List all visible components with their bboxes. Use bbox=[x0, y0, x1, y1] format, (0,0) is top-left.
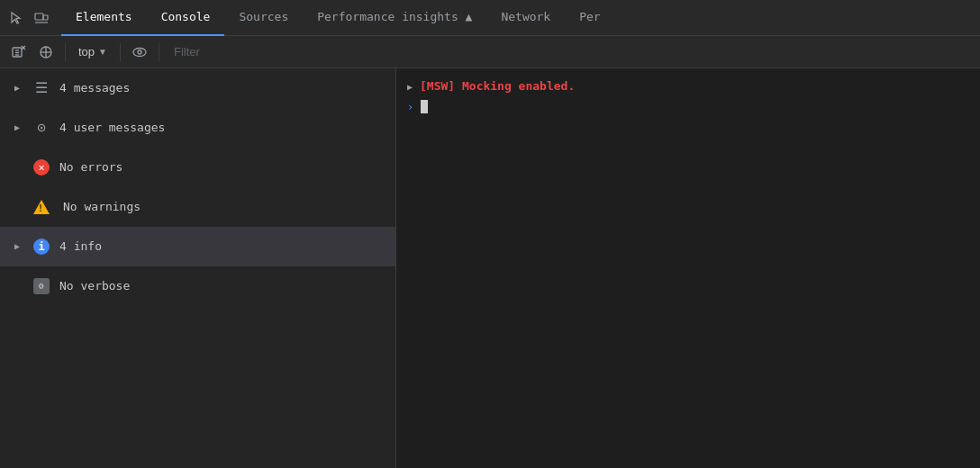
tab-performance-insights[interactable]: Performance insights ▲ bbox=[303, 0, 486, 36]
sidebar-item-info[interactable]: ▶ i 4 info bbox=[0, 227, 395, 266]
console-input-line[interactable]: › bbox=[396, 96, 980, 117]
msw-message-text: [MSW] Mocking enabled. bbox=[420, 79, 575, 93]
sidebar-label-no-warnings: No warnings bbox=[63, 200, 141, 213]
sidebar-label-info: 4 info bbox=[59, 239, 102, 253]
svg-point-13 bbox=[138, 50, 141, 54]
filter-input[interactable] bbox=[167, 41, 973, 62]
toolbar-divider bbox=[65, 43, 66, 61]
sidebar-item-no-verbose[interactable]: ▶ ⚙ No verbose bbox=[0, 266, 395, 306]
tab-bar: Elements Console Sources Performance ins… bbox=[0, 0, 980, 36]
tab-per[interactable]: Per bbox=[565, 0, 614, 36]
toolbar-divider-2 bbox=[120, 43, 121, 61]
devtools-icons bbox=[7, 9, 50, 27]
prompt-icon: › bbox=[407, 101, 413, 113]
sidebar-item-no-errors[interactable]: ▶ ✕ No errors bbox=[0, 148, 395, 187]
device-icon[interactable] bbox=[32, 9, 50, 27]
svg-rect-1 bbox=[43, 15, 48, 20]
svg-rect-0 bbox=[35, 14, 43, 20]
tab-sources[interactable]: Sources bbox=[224, 0, 303, 36]
eye-icon[interactable] bbox=[128, 40, 151, 64]
error-icon: ✕ bbox=[32, 158, 50, 176]
tab-network[interactable]: Network bbox=[486, 0, 565, 36]
user-icon: ⊙ bbox=[32, 119, 50, 137]
sidebar-label-all-messages: 4 messages bbox=[59, 81, 130, 94]
main-content: ▶ ☰ 4 messages ▶ ⊙ 4 user messages ▶ ✕ N… bbox=[0, 68, 980, 468]
console-line-msw[interactable]: ▶ [MSW] Mocking enabled. bbox=[396, 76, 980, 96]
info-icon: i bbox=[32, 238, 50, 256]
sidebar-item-all-messages[interactable]: ▶ ☰ 4 messages bbox=[0, 68, 395, 108]
chevron-icon: ▶ bbox=[11, 241, 23, 251]
chevron-icon: ▶ bbox=[11, 122, 23, 132]
expand-chevron-icon[interactable]: ▶ bbox=[407, 79, 413, 92]
toolbar-divider-3 bbox=[159, 43, 159, 61]
tab-console[interactable]: Console bbox=[147, 0, 225, 36]
verbose-icon: ⚙ bbox=[32, 277, 50, 295]
console-output: ▶ [MSW] Mocking enabled. › bbox=[396, 68, 980, 468]
sidebar-label-no-errors: No errors bbox=[59, 160, 122, 174]
warning-icon bbox=[32, 198, 50, 216]
sidebar-label-user-messages: 4 user messages bbox=[59, 121, 165, 134]
console-cursor bbox=[421, 100, 428, 113]
chevron-down-icon: ▼ bbox=[98, 47, 107, 57]
context-selector[interactable]: top ▼ bbox=[73, 43, 113, 60]
sidebar-label-no-verbose: No verbose bbox=[59, 279, 130, 292]
sidebar-item-no-warnings[interactable]: ▶ No warnings bbox=[0, 187, 395, 227]
console-sidebar: ▶ ☰ 4 messages ▶ ⊙ 4 user messages ▶ ✕ N… bbox=[0, 68, 396, 468]
tab-elements[interactable]: Elements bbox=[61, 0, 147, 36]
console-toolbar: top ▼ bbox=[0, 36, 980, 68]
svg-point-12 bbox=[133, 48, 146, 56]
chevron-icon: ▶ bbox=[11, 83, 23, 93]
sidebar-item-user-messages[interactable]: ▶ ⊙ 4 user messages bbox=[0, 108, 395, 148]
clear-console-button[interactable] bbox=[7, 40, 31, 64]
filter-button[interactable] bbox=[34, 40, 58, 64]
cursor-icon[interactable] bbox=[7, 9, 25, 27]
list-icon: ☰ bbox=[32, 79, 50, 97]
